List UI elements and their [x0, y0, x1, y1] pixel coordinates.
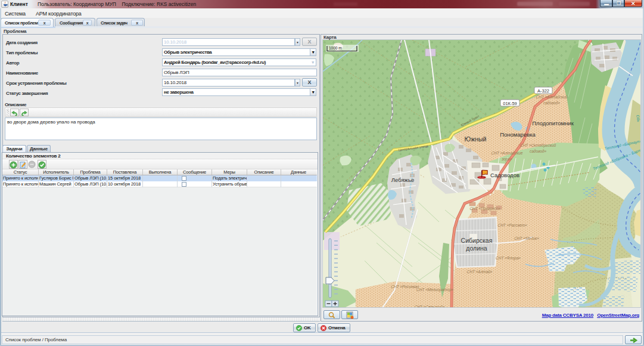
svg-text:СНТ «Рассвет»: СНТ «Рассвет»: [497, 223, 527, 227]
svg-text:садовод»: садовод»: [530, 149, 547, 153]
svg-text:СНТ «Сельский»: СНТ «Сельский»: [414, 305, 445, 308]
svg-text:Пономаревка: Пономаревка: [500, 131, 536, 138]
svg-text:СНТ «Росинка»: СНТ «Росинка»: [391, 285, 419, 289]
svg-text:СНТ «Прогресс»: СНТ «Прогресс»: [469, 206, 500, 211]
svg-text:А-322: А-322: [537, 88, 549, 94]
svg-text:Садоводов: Садоводов: [490, 172, 519, 178]
svg-text:СНТ «Октябрьский: СНТ «Октябрьский: [520, 143, 556, 148]
svg-text:СНТ «Мелиоратор»: СНТ «Мелиоратор»: [416, 288, 453, 292]
svg-text:Плодопитомник: Плодопитомник: [532, 120, 574, 126]
svg-text:01К-59: 01К-59: [503, 101, 517, 106]
svg-text:СНТ «Флора»: СНТ «Флора»: [496, 256, 521, 261]
svg-text:Лебяжье: Лебяжье: [391, 177, 414, 183]
svg-text:Сибирская: Сибирская: [461, 237, 493, 244]
svg-text:СНТ «Медик»: СНТ «Медик»: [514, 236, 539, 240]
svg-text:СНТ «Алтай»: СНТ «Алтай»: [467, 270, 493, 274]
svg-text:Южный: Южный: [465, 135, 487, 143]
svg-text:зори»: зори»: [501, 157, 512, 162]
svg-text:СНТ «Алтайские: СНТ «Алтайские: [491, 151, 523, 155]
svg-text:СНТ «Алтайский: СНТ «Алтайский: [536, 95, 568, 99]
svg-text:садовод»: садовод»: [543, 101, 561, 105]
svg-text:1000 m: 1000 m: [329, 46, 342, 50]
svg-text:долина: долина: [466, 245, 487, 252]
